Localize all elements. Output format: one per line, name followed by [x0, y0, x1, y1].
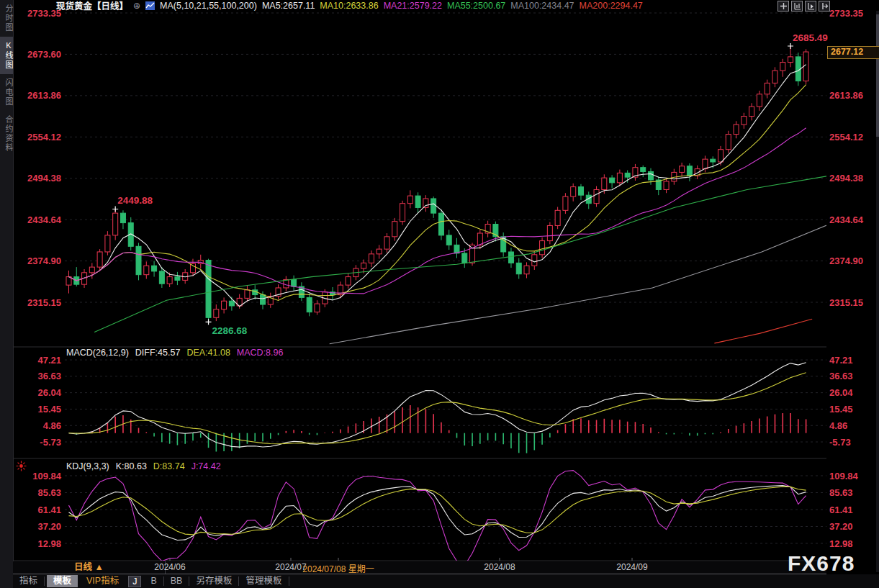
sidebar-item-candlestick[interactable]: K线图 [0, 37, 13, 74]
chart-toolbar-icons [777, 1, 830, 12]
candle-body [346, 277, 351, 286]
playback-icon[interactable] [805, 1, 816, 12]
candle-body [113, 213, 118, 235]
macd-name[interactable]: MACD(26,12,9) [66, 348, 129, 358]
axis-tick-label: 2434.64 [829, 214, 864, 225]
candle-body [803, 52, 808, 81]
candle-body [649, 171, 654, 180]
candle-body [625, 173, 630, 177]
ma5-value: MA5:2657.11 [262, 1, 315, 11]
instrument-title: 现货黄金【日线】 [56, 0, 128, 12]
bottom-tab-3[interactable]: VIP指标 [80, 575, 125, 587]
sidebar-item-timeline[interactable]: 分时图 [0, 0, 13, 37]
bottom-tab-1[interactable]: 指标 [13, 575, 44, 587]
kdj-j-value: J:74.42 [191, 461, 221, 471]
candle-body [89, 267, 94, 273]
candle-body [261, 295, 266, 304]
bottom-tab-6[interactable]: BB [164, 575, 189, 587]
ma21-value: MA21:2579.22 [384, 1, 442, 11]
date-label: 2024/06 [154, 562, 185, 572]
axis-tick-label: 2315.15 [829, 297, 863, 308]
candle-body [377, 249, 382, 254]
candle-body [524, 266, 529, 274]
bottom-tab-4[interactable]: J [128, 576, 141, 587]
candle-body [780, 63, 785, 71]
candle-body [749, 107, 754, 116]
date-label: 2024/09 [616, 562, 647, 572]
candle-body [206, 261, 211, 318]
axis-tick-label: -5.73 [40, 437, 61, 448]
ma10-value: MA10:2633.86 [320, 1, 378, 11]
kdj-k-value: K:80.63 [116, 461, 147, 471]
candle-body [136, 246, 141, 274]
candle-body [571, 187, 576, 196]
axis-tick-label: 2434.64 [27, 214, 62, 225]
axis-tick-label: 47.21 [37, 355, 61, 366]
candle-body [315, 304, 320, 312]
kdj-d-value: D:83.74 [153, 461, 185, 471]
axis-tick-label: 12.98 [37, 538, 61, 549]
trading-app-window: 2449.882286.682685.492733.352733.352673.… [0, 0, 879, 588]
indicator-alert-icon[interactable] [16, 461, 27, 474]
axis-tick-label: 2673.60 [27, 49, 61, 60]
bottom-tab-7[interactable]: 另存模板 [189, 575, 238, 587]
vertical-scrollbar[interactable] [876, 11, 879, 572]
circle-plus-icon[interactable]: ⊕ [133, 1, 140, 11]
axis-tick-label: 4.86 [829, 420, 847, 431]
ma55-value: MA55:2500.67 [447, 1, 505, 11]
candle-body [477, 233, 482, 245]
shift-right-icon[interactable] [819, 1, 830, 12]
macd-hist-value: MACD:8.96 [237, 348, 284, 358]
candle-body [159, 271, 164, 284]
axis-tick-label: -5.73 [829, 437, 851, 448]
chart-canvas[interactable]: 2449.882286.682685.492733.352733.352673.… [0, 0, 879, 588]
axis-tick-label: 2494.38 [27, 173, 61, 184]
candle-body [680, 166, 685, 173]
axis-tick-label: 85.63 [829, 487, 853, 498]
candle-body [772, 71, 777, 83]
price-annotation: 2286.68 [212, 325, 248, 336]
axis-tick-label: 15.45 [829, 404, 853, 415]
candle-body [726, 135, 731, 150]
tab-separator [289, 576, 289, 586]
candle-body [438, 213, 443, 235]
candle-body [400, 204, 405, 222]
candle-body [547, 225, 552, 240]
candle-body [734, 125, 739, 134]
candle-body [175, 277, 180, 281]
candle-body [167, 277, 172, 284]
scale-axis-icon[interactable] [791, 1, 803, 12]
macd-dea-value: DEA:41.08 [186, 348, 230, 358]
candle-body [617, 173, 622, 182]
candle-body [555, 210, 560, 225]
period-selector[interactable]: 日线 ▲ [13, 561, 166, 574]
sidebar-item-flash[interactable]: 闪电图 [0, 74, 13, 111]
bottom-tab-2[interactable]: 模板 [47, 575, 78, 587]
date-label: 2024/07 [275, 562, 306, 572]
sidebar-item-contract-info[interactable]: 合约资料 [0, 111, 13, 157]
axis-tick-label: 12.98 [829, 538, 853, 549]
candle-body [741, 117, 747, 125]
candle-body [415, 196, 420, 207]
candle-body [369, 254, 374, 263]
candle-body [788, 57, 793, 63]
kdj-name[interactable]: KDJ(9,3,3) [66, 461, 109, 471]
price-annotation: 2685.49 [793, 32, 828, 43]
candle-body [222, 301, 227, 309]
candle-body [516, 263, 521, 273]
date-axis: 日线 ▲ 2024/062024/072024/07/08 星期一2024/08… [13, 561, 826, 574]
candle-body [307, 297, 312, 312]
scrollbar-thumb[interactable] [876, 14, 879, 137]
mini-chart-icon[interactable] [145, 1, 155, 10]
kdj-legend: KDJ(9,3,3) K:80.63 D:83.74 J:74.42 [66, 461, 221, 471]
ma-settings-label[interactable]: MA(5,10,21,55,100,200) [160, 1, 257, 11]
candle-body [610, 178, 615, 183]
bottom-tab-8[interactable]: 管理模板 [239, 575, 288, 587]
crosshair-icon[interactable] [777, 1, 789, 12]
bottom-tab-5[interactable]: B [144, 575, 163, 587]
candle-body [245, 290, 250, 299]
axis-tick-label: 2494.38 [829, 173, 863, 184]
axis-tick-label: 47.21 [829, 355, 853, 366]
candle-body [757, 94, 762, 107]
candle-body [446, 235, 451, 245]
